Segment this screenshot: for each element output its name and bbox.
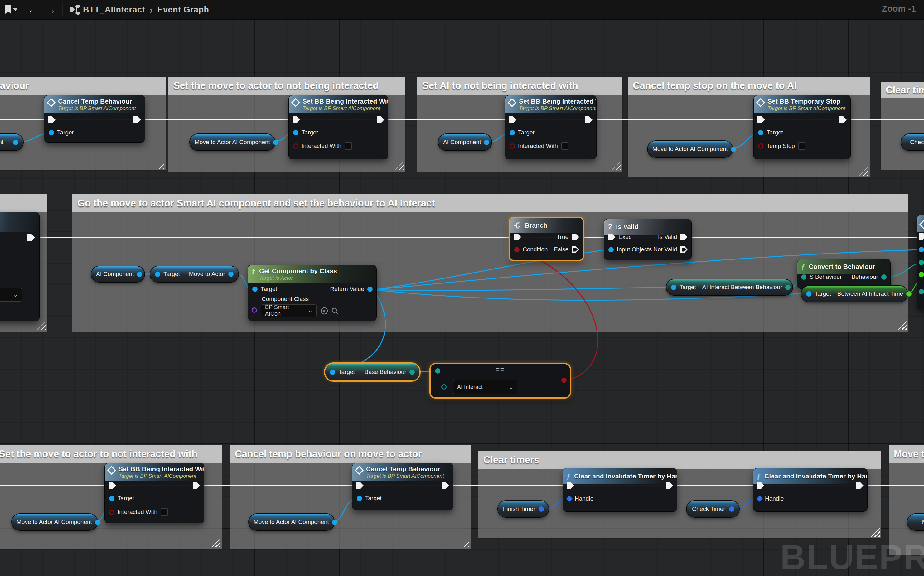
object-pin[interactable]: [49, 130, 54, 135]
bookmarks-button[interactable]: [5, 0, 18, 19]
exec-in-pin[interactable]: [757, 482, 764, 489]
exec-out-pin[interactable]: [133, 116, 141, 123]
node-is-valid[interactable]: ? Is Valid Exec Is Valid Input Object Is…: [604, 219, 691, 260]
variable-pill-check-timer[interactable]: Check Timer: [901, 134, 924, 150]
comment-header[interactable]: Set the move to actor to not interacted …: [0, 445, 222, 463]
node-set-bb-temporary-stop[interactable]: Set BB Temporary Stop Target is BP Smart…: [754, 95, 850, 159]
exec-in-pin[interactable]: [567, 482, 574, 489]
node-set-bb-being-interacted-with[interactable]: Set BB Being Interacted With Target is B…: [505, 95, 596, 159]
exec-in-pin[interactable]: [509, 116, 516, 123]
target-pin-row[interactable]: Target: [758, 129, 783, 136]
variable-pill-finish-timer[interactable]: Finish Timer: [498, 501, 548, 517]
object-pin[interactable]: [330, 370, 335, 375]
exec-out-pin[interactable]: [572, 234, 579, 240]
bool-pin[interactable]: [758, 144, 763, 149]
float-pin[interactable]: [919, 272, 924, 277]
variable-pill-move-to-actor-ai-component[interactable]: Move to Actor AI Component: [249, 514, 334, 530]
clipped-pin-row[interactable]: C: [919, 288, 924, 295]
true-exec-row[interactable]: True: [556, 234, 579, 240]
comment-header[interactable]: Clear timers: [478, 451, 881, 469]
object-pin[interactable]: [13, 140, 18, 145]
comment-resize-handle[interactable]: [37, 321, 46, 330]
variable-pill-move-to-actor-ai-component[interactable]: Move to Actor AI Component: [12, 514, 97, 530]
variable-pill-move-to-actor-ai-component[interactable]: Move to Actor AI Component: [190, 134, 275, 150]
bool-checkbox[interactable]: [161, 508, 168, 516]
bool-pin-row[interactable]: Interacted With: [109, 508, 168, 516]
comment-header[interactable]: aviour: [0, 77, 166, 95]
enum-dropdown[interactable]: AI Interact ⌄: [453, 380, 517, 394]
behaviour-pin[interactable]: [919, 260, 924, 265]
getter-pill-base-behaviour[interactable]: Target Base Behaviour: [325, 364, 419, 381]
bool-pin-row[interactable]: Interacted With: [293, 142, 352, 150]
exec-out-pin[interactable]: [441, 482, 449, 489]
comment-resize-handle[interactable]: [395, 161, 404, 170]
object-pin[interactable]: [155, 272, 160, 277]
behaviour-pin[interactable]: [409, 370, 415, 375]
use-selected-icon[interactable]: [320, 307, 328, 315]
comment-header[interactable]: Set AI to not being interacted with: [417, 77, 622, 95]
object-pin[interactable]: [293, 130, 299, 135]
target-pin-row[interactable]: Target: [109, 495, 134, 502]
object-pin[interactable]: [357, 496, 362, 501]
node-equal-enum[interactable]: == AI Interact ⌄: [431, 364, 570, 397]
bool-checkbox[interactable]: [798, 142, 806, 150]
comment-header[interactable]: Set the move to actor to not being inter…: [168, 77, 405, 95]
target-pin-row[interactable]: Target: [510, 129, 534, 136]
node-set-bb-being-interacted-with[interactable]: Set BB Being Interacted With Target is B…: [105, 463, 204, 523]
comment-box-clear-timers-top[interactable]: Clear timers: [881, 82, 924, 170]
breadcrumb-asset[interactable]: BTT_AIInteract: [83, 5, 145, 14]
exec-out-pin[interactable]: [193, 482, 200, 489]
behaviour-pin[interactable]: [881, 274, 887, 280]
handle-pin[interactable]: [539, 506, 544, 512]
handle-pin[interactable]: [729, 506, 734, 512]
comment-header[interactable]: [0, 194, 47, 212]
enum-pin[interactable]: [441, 384, 446, 389]
comment-resize-handle[interactable]: [156, 160, 164, 169]
exec-in-pin[interactable]: [919, 233, 924, 240]
comment-header[interactable]: Move t: [889, 445, 924, 463]
node-cancel-temp-behaviour[interactable]: Cancel Temp Behaviour Target is BP Smart…: [352, 463, 453, 510]
comment-resize-handle[interactable]: [212, 538, 221, 547]
node-clear-invalidate-timer[interactable]: ƒ Clear and Invalidate Timer by Handle H…: [563, 469, 677, 512]
exec-in-pin[interactable]: [514, 234, 521, 240]
object-pin[interactable]: [758, 130, 763, 135]
false-exec-row[interactable]: False: [554, 246, 579, 253]
object-pin[interactable]: [252, 286, 257, 292]
exec-in-pin[interactable]: [758, 116, 765, 123]
object-pin[interactable]: [109, 496, 114, 501]
bool-pin-row[interactable]: Interacted With: [510, 142, 569, 150]
exec-out-pin[interactable]: [839, 116, 847, 123]
node-get-component-by-class[interactable]: ƒ Get Component by Class Target is Actor…: [248, 265, 376, 321]
variable-pill-check-timer[interactable]: Check Timer: [687, 501, 739, 517]
object-pin[interactable]: [671, 285, 676, 290]
handle-pin-row[interactable]: Handle: [758, 495, 784, 502]
getter-pill-move-to-actor[interactable]: Target Move to Actor: [150, 266, 238, 282]
object-pin[interactable]: [332, 520, 337, 525]
comment-header[interactable]: Clear timers: [881, 82, 924, 98]
forward-button[interactable]: →: [42, 0, 59, 19]
behaviour-pin[interactable]: [919, 289, 924, 294]
node-clear-invalidate-timer[interactable]: ƒ Clear and Invalidate Timer by Handle H…: [753, 469, 867, 512]
node-left-clipped[interactable]: mponent ⌄: [0, 212, 39, 321]
exec-in-pin[interactable]: [608, 234, 615, 240]
object-pin[interactable]: [137, 272, 142, 277]
condition-pin-row[interactable]: Condition: [514, 246, 548, 253]
node-right-clipped[interactable]: C: [917, 215, 924, 309]
exec-out-pin[interactable]: [27, 234, 35, 241]
handle-pin[interactable]: [566, 496, 572, 502]
s-behaviour-row[interactable]: S Behaviour: [801, 274, 842, 280]
object-pin[interactable]: [919, 247, 924, 252]
comment-header[interactable]: Go the move to actor Smart AI component …: [72, 194, 908, 212]
handle-pin[interactable]: [756, 496, 763, 502]
variable-pill-move-to-actor-ai-component[interactable]: Move to Actor AI Component: [648, 141, 732, 157]
node-dropdown[interactable]: ⌄: [0, 288, 22, 302]
exec-out-pin[interactable]: [666, 482, 673, 489]
comment-header[interactable]: Cancel temp stop on the move to AI: [628, 77, 870, 95]
breadcrumb-page[interactable]: Event Graph: [157, 5, 209, 14]
graph-hierarchy-button[interactable]: [69, 0, 80, 19]
exec-in-pin[interactable]: [356, 482, 364, 489]
behaviour-out-row[interactable]: Behaviour: [851, 274, 887, 280]
target-pin-row[interactable]: Target: [252, 286, 277, 293]
node-branch[interactable]: Branch True Condition False: [510, 218, 583, 260]
comment-resize-handle[interactable]: [612, 161, 621, 170]
